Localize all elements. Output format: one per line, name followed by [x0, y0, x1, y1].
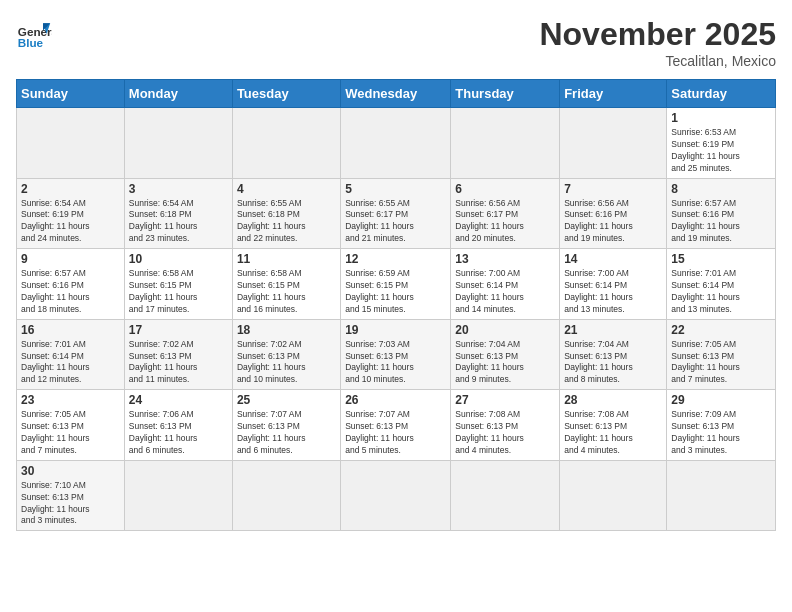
title-block: November 2025 Tecalitlan, Mexico	[539, 16, 776, 69]
calendar-cell: 11Sunrise: 6:58 AM Sunset: 6:15 PM Dayli…	[232, 249, 340, 320]
day-info: Sunrise: 7:07 AM Sunset: 6:13 PM Dayligh…	[345, 409, 446, 457]
calendar-cell: 3Sunrise: 6:54 AM Sunset: 6:18 PM Daylig…	[124, 178, 232, 249]
day-number: 22	[671, 323, 771, 337]
calendar-cell: 19Sunrise: 7:03 AM Sunset: 6:13 PM Dayli…	[341, 319, 451, 390]
day-info: Sunrise: 6:57 AM Sunset: 6:16 PM Dayligh…	[21, 268, 120, 316]
calendar-cell: 21Sunrise: 7:04 AM Sunset: 6:13 PM Dayli…	[560, 319, 667, 390]
calendar-cell: 22Sunrise: 7:05 AM Sunset: 6:13 PM Dayli…	[667, 319, 776, 390]
day-number: 9	[21, 252, 120, 266]
day-info: Sunrise: 6:54 AM Sunset: 6:19 PM Dayligh…	[21, 198, 120, 246]
day-info: Sunrise: 6:54 AM Sunset: 6:18 PM Dayligh…	[129, 198, 228, 246]
weekday-header-wednesday: Wednesday	[341, 80, 451, 108]
day-info: Sunrise: 7:05 AM Sunset: 6:13 PM Dayligh…	[671, 339, 771, 387]
day-info: Sunrise: 7:04 AM Sunset: 6:13 PM Dayligh…	[455, 339, 555, 387]
day-number: 18	[237, 323, 336, 337]
weekday-header-row: SundayMondayTuesdayWednesdayThursdayFrid…	[17, 80, 776, 108]
calendar: SundayMondayTuesdayWednesdayThursdayFrid…	[16, 79, 776, 531]
day-info: Sunrise: 6:58 AM Sunset: 6:15 PM Dayligh…	[129, 268, 228, 316]
calendar-cell: 23Sunrise: 7:05 AM Sunset: 6:13 PM Dayli…	[17, 390, 125, 461]
calendar-cell: 7Sunrise: 6:56 AM Sunset: 6:16 PM Daylig…	[560, 178, 667, 249]
day-info: Sunrise: 7:06 AM Sunset: 6:13 PM Dayligh…	[129, 409, 228, 457]
weekday-header-thursday: Thursday	[451, 80, 560, 108]
day-info: Sunrise: 7:10 AM Sunset: 6:13 PM Dayligh…	[21, 480, 120, 528]
day-number: 15	[671, 252, 771, 266]
calendar-cell: 24Sunrise: 7:06 AM Sunset: 6:13 PM Dayli…	[124, 390, 232, 461]
calendar-cell: 2Sunrise: 6:54 AM Sunset: 6:19 PM Daylig…	[17, 178, 125, 249]
weekday-header-saturday: Saturday	[667, 80, 776, 108]
calendar-week-2: 2Sunrise: 6:54 AM Sunset: 6:19 PM Daylig…	[17, 178, 776, 249]
calendar-cell	[451, 460, 560, 531]
day-number: 25	[237, 393, 336, 407]
day-number: 3	[129, 182, 228, 196]
day-number: 16	[21, 323, 120, 337]
calendar-cell: 25Sunrise: 7:07 AM Sunset: 6:13 PM Dayli…	[232, 390, 340, 461]
calendar-cell: 8Sunrise: 6:57 AM Sunset: 6:16 PM Daylig…	[667, 178, 776, 249]
logo-icon: General Blue	[16, 16, 52, 52]
day-number: 27	[455, 393, 555, 407]
weekday-header-friday: Friday	[560, 80, 667, 108]
day-info: Sunrise: 7:08 AM Sunset: 6:13 PM Dayligh…	[564, 409, 662, 457]
day-number: 29	[671, 393, 771, 407]
weekday-header-monday: Monday	[124, 80, 232, 108]
day-number: 4	[237, 182, 336, 196]
calendar-cell: 26Sunrise: 7:07 AM Sunset: 6:13 PM Dayli…	[341, 390, 451, 461]
calendar-cell: 5Sunrise: 6:55 AM Sunset: 6:17 PM Daylig…	[341, 178, 451, 249]
month-title: November 2025	[539, 16, 776, 53]
calendar-cell	[17, 108, 125, 179]
svg-text:Blue: Blue	[18, 36, 44, 49]
day-number: 6	[455, 182, 555, 196]
logo: General Blue	[16, 16, 52, 52]
calendar-cell: 1Sunrise: 6:53 AM Sunset: 6:19 PM Daylig…	[667, 108, 776, 179]
calendar-cell: 13Sunrise: 7:00 AM Sunset: 6:14 PM Dayli…	[451, 249, 560, 320]
calendar-cell	[667, 460, 776, 531]
calendar-cell: 16Sunrise: 7:01 AM Sunset: 6:14 PM Dayli…	[17, 319, 125, 390]
calendar-cell	[232, 460, 340, 531]
calendar-cell	[232, 108, 340, 179]
day-info: Sunrise: 7:08 AM Sunset: 6:13 PM Dayligh…	[455, 409, 555, 457]
day-info: Sunrise: 7:00 AM Sunset: 6:14 PM Dayligh…	[455, 268, 555, 316]
calendar-cell	[341, 108, 451, 179]
day-info: Sunrise: 7:07 AM Sunset: 6:13 PM Dayligh…	[237, 409, 336, 457]
calendar-cell: 17Sunrise: 7:02 AM Sunset: 6:13 PM Dayli…	[124, 319, 232, 390]
day-number: 17	[129, 323, 228, 337]
day-number: 5	[345, 182, 446, 196]
day-info: Sunrise: 6:55 AM Sunset: 6:18 PM Dayligh…	[237, 198, 336, 246]
calendar-week-1: 1Sunrise: 6:53 AM Sunset: 6:19 PM Daylig…	[17, 108, 776, 179]
calendar-cell	[560, 108, 667, 179]
calendar-week-5: 23Sunrise: 7:05 AM Sunset: 6:13 PM Dayli…	[17, 390, 776, 461]
calendar-week-3: 9Sunrise: 6:57 AM Sunset: 6:16 PM Daylig…	[17, 249, 776, 320]
calendar-week-4: 16Sunrise: 7:01 AM Sunset: 6:14 PM Dayli…	[17, 319, 776, 390]
calendar-cell: 9Sunrise: 6:57 AM Sunset: 6:16 PM Daylig…	[17, 249, 125, 320]
day-info: Sunrise: 7:05 AM Sunset: 6:13 PM Dayligh…	[21, 409, 120, 457]
day-info: Sunrise: 6:53 AM Sunset: 6:19 PM Dayligh…	[671, 127, 771, 175]
weekday-header-sunday: Sunday	[17, 80, 125, 108]
day-number: 10	[129, 252, 228, 266]
calendar-cell	[124, 460, 232, 531]
calendar-cell	[560, 460, 667, 531]
calendar-cell	[341, 460, 451, 531]
day-info: Sunrise: 6:55 AM Sunset: 6:17 PM Dayligh…	[345, 198, 446, 246]
day-info: Sunrise: 7:01 AM Sunset: 6:14 PM Dayligh…	[671, 268, 771, 316]
day-info: Sunrise: 7:01 AM Sunset: 6:14 PM Dayligh…	[21, 339, 120, 387]
day-number: 21	[564, 323, 662, 337]
day-number: 2	[21, 182, 120, 196]
calendar-cell: 14Sunrise: 7:00 AM Sunset: 6:14 PM Dayli…	[560, 249, 667, 320]
calendar-cell: 30Sunrise: 7:10 AM Sunset: 6:13 PM Dayli…	[17, 460, 125, 531]
day-info: Sunrise: 7:02 AM Sunset: 6:13 PM Dayligh…	[237, 339, 336, 387]
day-number: 12	[345, 252, 446, 266]
calendar-cell: 27Sunrise: 7:08 AM Sunset: 6:13 PM Dayli…	[451, 390, 560, 461]
calendar-cell	[124, 108, 232, 179]
day-number: 28	[564, 393, 662, 407]
day-number: 13	[455, 252, 555, 266]
day-info: Sunrise: 7:03 AM Sunset: 6:13 PM Dayligh…	[345, 339, 446, 387]
day-info: Sunrise: 7:09 AM Sunset: 6:13 PM Dayligh…	[671, 409, 771, 457]
calendar-cell: 10Sunrise: 6:58 AM Sunset: 6:15 PM Dayli…	[124, 249, 232, 320]
calendar-cell: 6Sunrise: 6:56 AM Sunset: 6:17 PM Daylig…	[451, 178, 560, 249]
day-info: Sunrise: 6:58 AM Sunset: 6:15 PM Dayligh…	[237, 268, 336, 316]
calendar-cell: 4Sunrise: 6:55 AM Sunset: 6:18 PM Daylig…	[232, 178, 340, 249]
day-number: 8	[671, 182, 771, 196]
calendar-cell: 18Sunrise: 7:02 AM Sunset: 6:13 PM Dayli…	[232, 319, 340, 390]
day-number: 24	[129, 393, 228, 407]
calendar-cell: 12Sunrise: 6:59 AM Sunset: 6:15 PM Dayli…	[341, 249, 451, 320]
calendar-cell: 29Sunrise: 7:09 AM Sunset: 6:13 PM Dayli…	[667, 390, 776, 461]
